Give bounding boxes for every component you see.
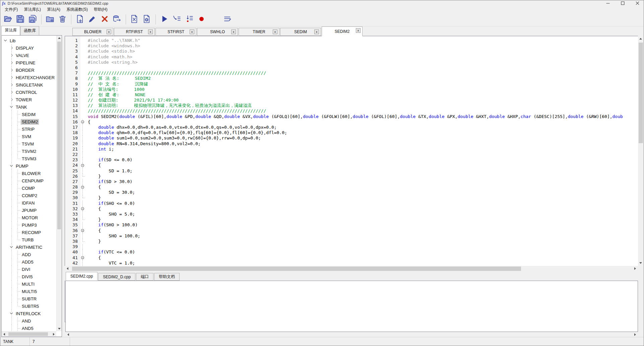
scroll-right-arrow-icon[interactable] bbox=[634, 333, 636, 336]
save-button[interactable] bbox=[14, 14, 26, 25]
tree-item-TSVM[interactable]: TSVM bbox=[3, 140, 56, 148]
scroll-up-arrow-icon[interactable] bbox=[58, 37, 61, 39]
tree-item-ARITHMETIC[interactable]: ARITHMETIC bbox=[3, 243, 56, 251]
editor-tab-RTFIRST[interactable]: RTFIRSTx bbox=[114, 28, 155, 36]
open-file-button[interactable] bbox=[2, 14, 14, 25]
chevron-down-icon[interactable] bbox=[9, 162, 15, 170]
editor-tab-STFIRST[interactable]: STFIRSTx bbox=[155, 28, 196, 36]
tree-hscrollbar[interactable] bbox=[2, 331, 56, 337]
scroll-left-arrow-icon[interactable] bbox=[3, 333, 5, 336]
close-button[interactable] bbox=[634, 1, 641, 6]
title-bar[interactable]: fx D:\ForceSim\Project\TOWER\Lib\TANK\SE… bbox=[0, 0, 644, 6]
close-tab-icon[interactable]: x bbox=[190, 30, 194, 34]
editor-hscroll-thumb[interactable] bbox=[72, 267, 521, 271]
tree-item-DIVI5[interactable]: DIVI5 bbox=[3, 273, 56, 280]
scroll-left-arrow-icon[interactable] bbox=[67, 333, 69, 336]
doc-tab-帮助文档[interactable]: 帮助文档 bbox=[154, 273, 180, 281]
scroll-right-arrow-icon[interactable] bbox=[634, 267, 636, 270]
fold-collapse-icon[interactable] bbox=[81, 207, 84, 210]
editor-tab-TIMER[interactable]: TIMERx bbox=[239, 28, 279, 36]
scroll-left-arrow-icon[interactable] bbox=[67, 267, 68, 270]
new-algorithm-button[interactable] bbox=[74, 14, 86, 25]
fold-marker[interactable] bbox=[78, 163, 88, 168]
tree-item-PIPELINE[interactable]: PIPELINE bbox=[3, 59, 56, 66]
breakpoint-button[interactable] bbox=[195, 14, 208, 25]
menu-item-2[interactable]: 算法(A) bbox=[44, 6, 63, 13]
tree-item-MULTI[interactable]: MULTI bbox=[3, 280, 56, 288]
tree-hscroll-thumb[interactable] bbox=[8, 332, 48, 336]
fold-collapse-icon[interactable] bbox=[81, 186, 84, 189]
tree-item-TOWER[interactable]: TOWER bbox=[3, 96, 56, 103]
step-over-button[interactable] bbox=[183, 14, 195, 25]
tree-item-IDFAN[interactable]: IDFAN bbox=[3, 199, 56, 207]
chevron-right-icon[interactable] bbox=[9, 52, 15, 59]
tree-item-Lib[interactable]: Lib bbox=[3, 37, 56, 44]
tree-item-RECOMP[interactable]: RECOMP bbox=[3, 229, 56, 236]
tree-item-TANK[interactable]: TANK bbox=[3, 103, 56, 111]
chevron-down-icon[interactable] bbox=[9, 243, 15, 251]
fold-marker[interactable] bbox=[78, 206, 88, 212]
output-panel[interactable] bbox=[65, 281, 638, 332]
tree-item-PUMP[interactable]: PUMP bbox=[3, 162, 56, 170]
tree-item-BORDER[interactable]: BORDER bbox=[3, 66, 56, 74]
tree-item-MULTI5[interactable]: MULTI5 bbox=[3, 288, 56, 295]
tree-item-SUBTR5[interactable]: SUBTR5 bbox=[3, 302, 56, 310]
close-tab-icon[interactable]: x bbox=[273, 30, 277, 34]
close-tab-icon[interactable]: x bbox=[314, 30, 319, 34]
menu-item-4[interactable]: 帮助(H) bbox=[91, 6, 111, 13]
editor-tab-BLOWER[interactable]: BLOWERx bbox=[72, 28, 113, 36]
run-button[interactable] bbox=[158, 14, 171, 25]
tree-item-SEDIM[interactable]: SEDIM bbox=[3, 111, 56, 118]
export-library-button[interactable] bbox=[111, 14, 123, 25]
tree-item-COMP2[interactable]: COMP2 bbox=[3, 192, 56, 199]
fold-collapse-icon[interactable] bbox=[81, 229, 84, 232]
menu-item-3[interactable]: 系统函数(S) bbox=[63, 6, 91, 13]
save-all-button[interactable] bbox=[26, 14, 39, 25]
chevron-right-icon[interactable] bbox=[9, 44, 15, 52]
tree-item-STRIP[interactable]: STRIP bbox=[3, 125, 56, 133]
menu-item-0[interactable]: 文件(F) bbox=[2, 6, 21, 13]
step-into-button[interactable] bbox=[171, 14, 183, 25]
add-folder-button[interactable] bbox=[44, 14, 56, 25]
doc-tab-端口[interactable]: 端口 bbox=[136, 273, 153, 281]
tree-item-ADD[interactable]: ADD bbox=[3, 251, 56, 258]
fold-marker[interactable] bbox=[78, 119, 88, 125]
edit-button[interactable] bbox=[86, 14, 99, 25]
close-tab-icon[interactable]: x bbox=[231, 30, 236, 34]
fold-marker[interactable] bbox=[78, 228, 88, 233]
chevron-down-icon[interactable] bbox=[9, 310, 15, 317]
tree-item-TSVM2[interactable]: TSVM2 bbox=[3, 148, 56, 155]
tree-item-TSVM3[interactable]: TSVM3 bbox=[3, 155, 56, 162]
chevron-right-icon[interactable] bbox=[9, 74, 15, 81]
tree-item-DISPLAY[interactable]: DISPLAY bbox=[3, 44, 56, 52]
close-tab-icon[interactable]: x bbox=[107, 30, 111, 34]
tree-item-MOTOR[interactable]: MOTOR bbox=[3, 214, 56, 221]
chevron-right-icon[interactable] bbox=[9, 66, 15, 74]
tree-item-VALVE[interactable]: VALVE bbox=[3, 52, 56, 59]
editor-hscrollbar[interactable] bbox=[65, 266, 638, 272]
chevron-down-icon[interactable] bbox=[9, 103, 15, 111]
build-settings-button[interactable] bbox=[141, 14, 153, 25]
tree-item-JPUMP[interactable]: JPUMP bbox=[3, 207, 56, 214]
editor-tab-SWHLO[interactable]: SWHLOx bbox=[197, 28, 238, 36]
fold-collapse-icon[interactable] bbox=[81, 256, 84, 259]
tree-item-SINGLETANK[interactable]: SINGLETANK bbox=[3, 81, 56, 89]
compile-file-button[interactable] bbox=[128, 14, 141, 25]
editor-vscroll-thumb[interactable] bbox=[639, 43, 643, 143]
doc-tab-SEDIM2_D.cpp[interactable]: SEDIM2_D.cpp bbox=[98, 273, 135, 281]
chevron-down-icon[interactable] bbox=[3, 37, 9, 44]
scroll-up-arrow-icon[interactable] bbox=[639, 38, 642, 40]
close-tab-icon[interactable]: x bbox=[148, 30, 153, 34]
scroll-down-arrow-icon[interactable] bbox=[639, 262, 642, 264]
scroll-right-arrow-icon[interactable] bbox=[53, 333, 55, 336]
tree-item-BLOWER[interactable]: BLOWER bbox=[3, 170, 56, 177]
tree-item-SVM[interactable]: SVM bbox=[3, 133, 56, 140]
tree-item-HEATEXCHANGER[interactable]: HEATEXCHANGER bbox=[3, 74, 56, 81]
tree-item-ADD5[interactable]: ADD5 bbox=[3, 258, 56, 266]
chevron-right-icon[interactable] bbox=[9, 81, 15, 89]
tree-vscroll-thumb[interactable] bbox=[57, 42, 61, 229]
fold-collapse-icon[interactable] bbox=[81, 120, 84, 123]
minimize-button[interactable] bbox=[604, 1, 611, 6]
delete-button[interactable] bbox=[56, 14, 69, 25]
tree-item-AND[interactable]: AND bbox=[3, 317, 56, 325]
